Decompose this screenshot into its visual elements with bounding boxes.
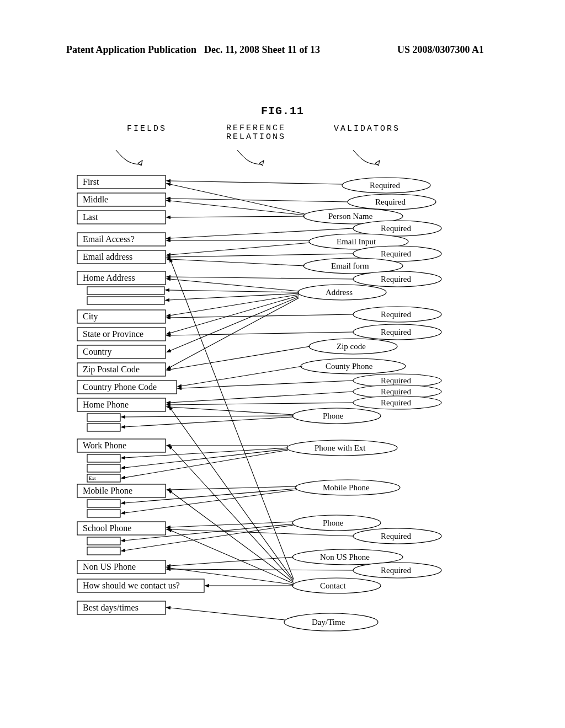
field-last: Last bbox=[77, 211, 166, 224]
svg-text:Required: Required bbox=[381, 310, 411, 319]
validator-county-phone: County Phone bbox=[301, 358, 406, 374]
field-home-phone: Home Phone bbox=[77, 398, 166, 411]
field-country: Country bbox=[77, 345, 166, 358]
svg-text:City: City bbox=[83, 312, 98, 322]
svg-line-106 bbox=[170, 314, 353, 318]
svg-line-89 bbox=[170, 199, 348, 202]
svg-line-107 bbox=[170, 332, 353, 335]
svg-line-134 bbox=[171, 409, 294, 580]
svg-line-136 bbox=[170, 608, 285, 620]
svg-text:Required: Required bbox=[381, 376, 411, 385]
svg-text:Day/Time: Day/Time bbox=[312, 618, 345, 627]
svg-text:Required: Required bbox=[381, 387, 411, 396]
validator-required-12: Required bbox=[353, 563, 441, 578]
svg-text:Country: Country bbox=[83, 347, 111, 357]
validator-phone: Phone bbox=[292, 408, 381, 424]
svg-text:How should we contact us?: How should we contact us? bbox=[83, 581, 180, 590]
svg-line-120 bbox=[170, 486, 297, 490]
svg-line-131 bbox=[171, 531, 294, 584]
svg-line-109 bbox=[181, 366, 302, 386]
svg-text:Mobile Phone: Mobile Phone bbox=[83, 486, 132, 495]
svg-text:Required: Required bbox=[381, 275, 411, 283]
field-contact-question: How should we contact us? bbox=[77, 579, 204, 592]
field-zip-postal: Zip Postal Code bbox=[77, 363, 166, 376]
svg-line-103 bbox=[170, 296, 299, 333]
svg-text:Email address: Email address bbox=[83, 252, 132, 261]
validator-non-us-phone: Non US Phone bbox=[292, 549, 403, 565]
svg-line-91 bbox=[170, 201, 305, 215]
work-phone-sub1 bbox=[87, 454, 120, 462]
svg-line-114 bbox=[125, 416, 294, 417]
field-ext: Ext bbox=[87, 474, 120, 482]
svg-text:Person Name: Person Name bbox=[328, 212, 373, 221]
validator-required-1: Required bbox=[342, 178, 430, 193]
validator-zip-code: Zip code bbox=[309, 339, 397, 354]
school-phone-sub1 bbox=[87, 537, 120, 545]
svg-line-111 bbox=[170, 392, 353, 403]
svg-text:State or Province: State or Province bbox=[83, 329, 143, 339]
svg-text:Email Input: Email Input bbox=[337, 237, 376, 246]
svg-text:Best days/times: Best days/times bbox=[83, 603, 138, 613]
svg-line-123 bbox=[170, 522, 294, 527]
mobile-phone-sub2 bbox=[87, 510, 120, 517]
validator-phone-2: Phone bbox=[292, 515, 381, 531]
home-address-sub2 bbox=[87, 297, 164, 304]
svg-line-88 bbox=[170, 181, 342, 184]
validator-required-10: Required bbox=[353, 396, 441, 409]
svg-text:Required: Required bbox=[375, 197, 406, 206]
svg-text:School Phone: School Phone bbox=[83, 523, 131, 533]
svg-text:Required: Required bbox=[381, 328, 411, 336]
validator-required-11: Required bbox=[353, 528, 441, 544]
svg-text:Email Access?: Email Access? bbox=[83, 234, 135, 244]
svg-text:Address: Address bbox=[326, 288, 353, 297]
validator-phone-with-ext: Phone with Ext bbox=[287, 440, 397, 456]
svg-line-119 bbox=[125, 450, 288, 478]
svg-text:Required: Required bbox=[381, 398, 411, 407]
svg-line-101 bbox=[169, 293, 299, 300]
svg-line-113 bbox=[170, 407, 294, 415]
svg-text:Zip Postal Code: Zip Postal Code bbox=[83, 365, 140, 374]
svg-text:Home Address: Home Address bbox=[83, 273, 135, 282]
svg-text:Phone: Phone bbox=[323, 518, 344, 527]
svg-text:Required: Required bbox=[381, 249, 411, 258]
home-phone-sub2 bbox=[87, 424, 120, 431]
svg-line-115 bbox=[125, 417, 294, 427]
svg-line-95 bbox=[170, 243, 310, 255]
svg-text:Country Phone Code: Country Phone Code bbox=[83, 382, 157, 392]
field-email-address: Email address bbox=[77, 250, 166, 264]
svg-line-92 bbox=[170, 216, 305, 217]
svg-line-97 bbox=[170, 259, 305, 266]
field-school-phone: School Phone bbox=[77, 522, 166, 535]
field-non-us-phone: Non US Phone bbox=[77, 560, 166, 574]
svg-text:Phone: Phone bbox=[323, 411, 344, 420]
svg-text:County Phone: County Phone bbox=[326, 362, 373, 371]
svg-text:Email form: Email form bbox=[331, 261, 369, 270]
mobile-phone-sub1 bbox=[87, 500, 120, 507]
svg-text:Required: Required bbox=[370, 181, 400, 190]
diagram-svg: First Middle Last Email Access? Email ad… bbox=[0, 0, 565, 728]
work-phone-sub2 bbox=[87, 464, 120, 472]
validator-contact: Contact bbox=[292, 578, 381, 593]
validator-mobile-phone: Mobile Phone bbox=[295, 480, 400, 495]
svg-text:Non US Phone: Non US Phone bbox=[320, 553, 370, 561]
home-phone-sub1 bbox=[87, 414, 120, 421]
field-state-province: State or Province bbox=[77, 328, 166, 341]
home-address-sub1 bbox=[87, 287, 164, 295]
svg-text:Required: Required bbox=[381, 224, 411, 233]
svg-line-132 bbox=[171, 492, 294, 582]
field-home-address: Home Address bbox=[77, 271, 166, 285]
svg-line-108 bbox=[170, 346, 310, 370]
svg-text:Required: Required bbox=[381, 532, 411, 540]
svg-text:Ext: Ext bbox=[89, 475, 96, 481]
svg-line-100 bbox=[169, 290, 299, 292]
validator-required-5: Required bbox=[353, 271, 441, 287]
field-city: City bbox=[77, 310, 166, 323]
field-country-phone-code: Country Phone Code bbox=[77, 381, 177, 394]
patent-figure-page: Patent Application Publication Dec. 11, … bbox=[0, 0, 565, 728]
svg-text:Non US Phone: Non US Phone bbox=[83, 562, 136, 571]
validator-address: Address bbox=[298, 285, 386, 300]
svg-text:Zip code: Zip code bbox=[337, 342, 366, 351]
svg-text:Mobile Phone: Mobile Phone bbox=[323, 483, 370, 492]
svg-line-99 bbox=[170, 279, 299, 291]
svg-text:Home Phone: Home Phone bbox=[83, 400, 129, 409]
